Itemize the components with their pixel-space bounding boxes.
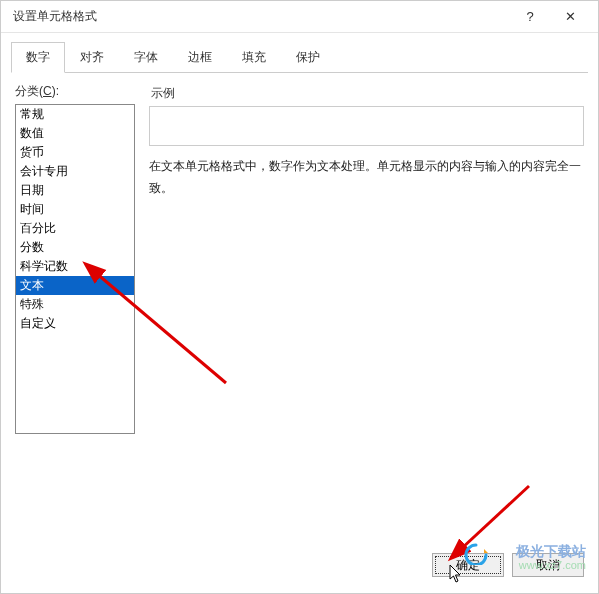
tab-label: 字体 [134, 50, 158, 64]
titlebar: 设置单元格格式 ? ✕ [1, 1, 598, 33]
list-item[interactable]: 百分比 [16, 219, 134, 238]
tab-label: 对齐 [80, 50, 104, 64]
tab-label: 保护 [296, 50, 320, 64]
list-item-selected[interactable]: 文本 [16, 276, 134, 295]
list-item[interactable]: 会计专用 [16, 162, 134, 181]
tab-label: 边框 [188, 50, 212, 64]
list-item[interactable]: 数值 [16, 124, 134, 143]
cancel-button[interactable]: 取消 [512, 553, 584, 577]
list-item[interactable]: 常规 [16, 105, 134, 124]
close-button[interactable]: ✕ [550, 4, 590, 30]
list-item[interactable]: 日期 [16, 181, 134, 200]
tab-font[interactable]: 字体 [119, 42, 173, 73]
tab-protection[interactable]: 保护 [281, 42, 335, 73]
mouse-cursor-icon [449, 565, 463, 585]
list-item[interactable]: 分数 [16, 238, 134, 257]
list-item[interactable]: 自定义 [16, 314, 134, 333]
category-label: 分类(C): [15, 83, 135, 100]
tab-fill[interactable]: 填充 [227, 42, 281, 73]
watermark-logo-icon [462, 543, 490, 565]
list-item[interactable]: 时间 [16, 200, 134, 219]
list-item[interactable]: 科学记数 [16, 257, 134, 276]
category-panel: 分类(C): 常规 数值 货币 会计专用 日期 时间 百分比 分数 科学记数 文… [15, 83, 135, 434]
button-label: 取消 [536, 557, 560, 574]
dialog-title: 设置单元格格式 [13, 8, 510, 25]
sample-box [149, 106, 584, 146]
list-item[interactable]: 货币 [16, 143, 134, 162]
tab-label: 填充 [242, 50, 266, 64]
tabstrip: 数字 对齐 字体 边框 填充 保护 [11, 41, 588, 73]
tab-number[interactable]: 数字 [11, 42, 65, 73]
format-cells-dialog: 设置单元格格式 ? ✕ 数字 对齐 字体 边框 填充 保护 分类(C): 常规 … [0, 0, 599, 594]
content-area: 分类(C): 常规 数值 货币 会计专用 日期 时间 百分比 分数 科学记数 文… [1, 73, 598, 434]
tab-label: 数字 [26, 50, 50, 64]
format-description: 在文本单元格格式中，数字作为文本处理。单元格显示的内容与输入的内容完全一致。 [149, 156, 584, 199]
tab-alignment[interactable]: 对齐 [65, 42, 119, 73]
details-panel: 示例 在文本单元格格式中，数字作为文本处理。单元格显示的内容与输入的内容完全一致… [149, 83, 584, 434]
tab-border[interactable]: 边框 [173, 42, 227, 73]
category-listbox[interactable]: 常规 数值 货币 会计专用 日期 时间 百分比 分数 科学记数 文本 特殊 自定… [15, 104, 135, 434]
list-item[interactable]: 特殊 [16, 295, 134, 314]
help-icon: ? [526, 9, 533, 24]
sample-label: 示例 [149, 85, 584, 102]
close-icon: ✕ [565, 9, 576, 24]
svg-line-1 [461, 486, 529, 549]
help-button[interactable]: ? [510, 4, 550, 30]
